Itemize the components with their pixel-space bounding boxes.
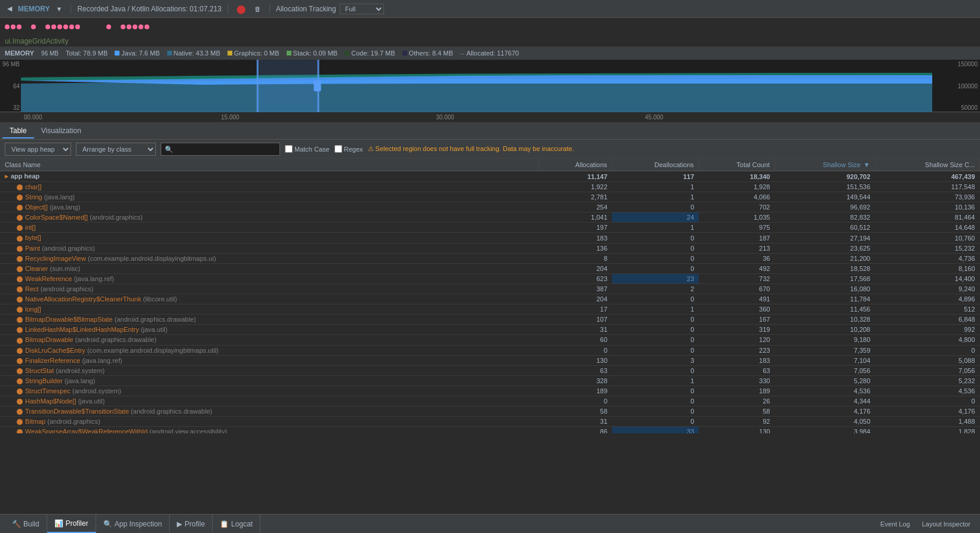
row-shallow-size_c: 10,760: [875, 233, 979, 243]
table-row[interactable]: ColorSpace$Named[] (android.graphics)1,0…: [0, 212, 980, 223]
row-allocations: 183: [539, 233, 612, 243]
row-name: BitmapDrawable$BitmapState: [25, 316, 113, 323]
row-class-name: char[]: [0, 182, 539, 192]
col-deallocations[interactable]: Deallocations: [612, 159, 699, 171]
row-name: Rect: [25, 285, 39, 292]
row-class-name: WeakSparseArray$WeakReferenceWithId (and…: [0, 427, 539, 433]
table-row[interactable]: long[] 17136011,456512: [0, 304, 980, 315]
table-row[interactable]: ▸app heap11,14711718,340920,702467,439: [0, 171, 980, 182]
table-row[interactable]: StructTimespec (android.system)18901894,…: [0, 386, 980, 396]
row-name: LinkedHashMap$LinkedHashMapEntry: [25, 326, 139, 333]
logcat-icon: 📋: [220, 520, 229, 528]
search-input[interactable]: [161, 143, 280, 156]
table-row[interactable]: Cleaner (sun.misc)204049218,5288,160: [0, 263, 980, 273]
row-total-count: 975: [699, 223, 775, 233]
row-total-count: 36: [699, 253, 775, 263]
dropdown-arrow[interactable]: ▼: [54, 4, 65, 14]
bottom-tab-profile[interactable]: ▶ Profile: [170, 514, 213, 533]
native-label: Native: 43.3 MB: [174, 50, 220, 57]
table-row[interactable]: FinalizerReference (java.lang.ref)130318…: [0, 355, 980, 365]
dot-9: [69, 24, 74, 29]
class-icon: [17, 236, 23, 242]
row-deallocations: 0: [612, 345, 699, 355]
table-row[interactable]: DiskLruCache$Entry (com.example.android.…: [0, 345, 980, 355]
table-row[interactable]: BitmapDrawable (android.graphics.drawabl…: [0, 335, 980, 345]
table-row[interactable]: StringBuilder (java.lang)32813305,2805,2…: [0, 375, 980, 386]
bottom-tab-logcat[interactable]: 📋 Logcat: [213, 514, 260, 533]
layout-inspector-link[interactable]: Layout Inspector: [917, 520, 975, 528]
dot-7: [57, 24, 62, 29]
class-icon: [17, 378, 23, 384]
bottom-tab-profiler[interactable]: 📊 Profiler: [47, 514, 96, 533]
stack-label: Stack: 0.09 MB: [293, 50, 338, 57]
activity-label: ui.ImageGridActivity: [0, 36, 980, 47]
table-row[interactable]: byte[] 183018727,19410,760: [0, 233, 980, 243]
regex-checkbox[interactable]: [334, 145, 342, 153]
col-shallow-size-c[interactable]: Shallow Size C...: [875, 159, 979, 171]
row-shallow-size_c: 8,160: [875, 263, 979, 273]
row-name: HashMap$Node[]: [25, 398, 76, 405]
table-row[interactable]: NativeAllocationRegistry$CleanerThunk (l…: [0, 294, 980, 304]
row-class-name: NativeAllocationRegistry$CleanerThunk (l…: [0, 294, 539, 304]
table-row[interactable]: RecyclingImageView (com.example.android.…: [0, 253, 980, 263]
row-deallocations: 0: [612, 365, 699, 375]
dot-11: [106, 24, 111, 29]
row-allocations: 1,041: [539, 212, 612, 223]
svg-rect-5: [314, 81, 321, 91]
event-log-link[interactable]: Event Log: [875, 520, 915, 528]
stop-button[interactable]: ⬤: [234, 3, 248, 15]
logcat-label: Logcat: [231, 520, 253, 528]
row-total-count: 491: [699, 294, 775, 304]
tracking-select[interactable]: Full Sampled None: [340, 4, 384, 14]
match-case-checkbox[interactable]: [285, 145, 293, 153]
col-shallow-size[interactable]: Shallow Size ▼: [775, 159, 875, 171]
divider1: [70, 4, 71, 14]
table-row[interactable]: char[] 1,92211,928151,536117,548: [0, 182, 980, 192]
heap-icon: ▸: [5, 172, 8, 180]
row-pkg: (java.lang.ref): [72, 275, 114, 282]
row-allocations: 31: [539, 325, 612, 335]
row-shallow-size_c: 14,400: [875, 273, 979, 284]
col-total-count[interactable]: Total Count: [699, 159, 775, 171]
table-row[interactable]: WeakSparseArray$WeakReferenceWithId (and…: [0, 427, 980, 433]
row-allocations: 623: [539, 273, 612, 284]
table-row[interactable]: String (java.lang)2,78114,066149,54473,9…: [0, 192, 980, 202]
table-row[interactable]: Object[] (java.lang)254070296,69210,136: [0, 202, 980, 212]
table-row[interactable]: int[] 197197560,51214,648: [0, 223, 980, 233]
row-allocations: 328: [539, 375, 612, 386]
table-row[interactable]: LinkedHashMap$LinkedHashMapEntry (java.u…: [0, 325, 980, 335]
table-row[interactable]: StructStat (android.system)630637,0567,0…: [0, 365, 980, 375]
row-total-count: 18,340: [699, 171, 775, 182]
row-total-count: 187: [699, 233, 775, 243]
back-button[interactable]: ◀: [5, 4, 14, 14]
row-deallocations: 1: [612, 375, 699, 386]
table-row[interactable]: Bitmap (android.graphics)310924,0501,488: [0, 417, 980, 427]
col-allocations[interactable]: Allocations: [539, 159, 612, 171]
row-total-count: 319: [699, 325, 775, 335]
bottom-tab-build[interactable]: 🔨 Build: [5, 514, 47, 533]
trash-button[interactable]: 🗑: [252, 4, 263, 14]
tab-visualization[interactable]: Visualization: [34, 124, 88, 138]
table-container[interactable]: Class Name Allocations Deallocations Tot…: [0, 159, 980, 433]
row-total-count: 63: [699, 365, 775, 375]
table-row[interactable]: Paint (android.graphics)136021323,62515,…: [0, 243, 980, 253]
table-row[interactable]: BitmapDrawable$BitmapState (android.grap…: [0, 315, 980, 325]
class-icon: [17, 215, 23, 221]
row-name: FinalizerReference: [25, 357, 80, 364]
row-allocations: 0: [539, 345, 612, 355]
table-row[interactable]: HashMap$Node[] (java.util)00264,3440: [0, 396, 980, 406]
row-deallocations: 0: [612, 325, 699, 335]
table-row[interactable]: WeakReference (java.lang.ref)6232373217,…: [0, 273, 980, 284]
row-shallow-size: 60,512: [775, 223, 875, 233]
table-row[interactable]: TransitionDrawable$TransitionState (andr…: [0, 406, 980, 417]
table-row[interactable]: Rect (android.graphics)387267016,0809,24…: [0, 284, 980, 294]
row-deallocations: 0: [612, 294, 699, 304]
dot-13: [127, 24, 131, 29]
native-dot: [167, 51, 172, 56]
tab-table[interactable]: Table: [2, 124, 34, 138]
arrange-select[interactable]: Arrange by class Arrange by package Arra…: [76, 143, 156, 156]
bottom-tab-app-inspection[interactable]: 🔍 App Inspection: [96, 514, 170, 533]
heap-select[interactable]: View app heap View JVM heap: [5, 143, 71, 156]
row-name: Object[]: [25, 204, 48, 211]
col-class-name[interactable]: Class Name: [0, 159, 539, 171]
